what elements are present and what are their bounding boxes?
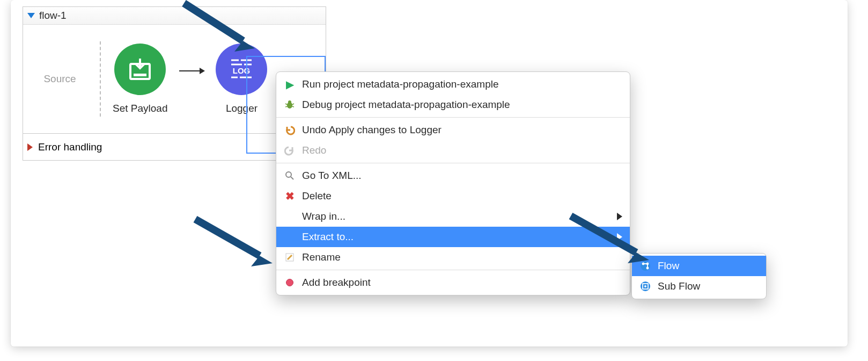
delete-icon: ✖	[284, 190, 296, 202]
svg-line-12	[292, 104, 294, 105]
annotation-arrow-icon	[190, 214, 286, 273]
error-handling-label: Error handling	[38, 141, 102, 153]
menu-separator	[276, 163, 630, 163]
menu-separator	[276, 270, 630, 270]
flow-header[interactable]: flow-1	[23, 7, 326, 25]
menu-run-label: Run project metadata-propagation-example	[302, 78, 499, 90]
svg-line-14	[292, 106, 294, 107]
svg-line-11	[285, 104, 288, 105]
bug-icon	[284, 99, 296, 111]
menu-add-breakpoint-label: Add breakpoint	[302, 277, 371, 288]
svg-point-24	[644, 285, 646, 287]
svg-line-13	[285, 106, 288, 107]
svg-text:LOG: LOG	[233, 66, 251, 75]
submenu-sub-flow[interactable]: Sub Flow	[632, 276, 766, 297]
menu-delete[interactable]: ✖ Delete	[276, 186, 630, 206]
menu-undo[interactable]: Undo Apply changes to Logger	[276, 120, 630, 140]
menu-debug-label: Debug project metadata-propagation-examp…	[302, 99, 510, 111]
menu-debug-project[interactable]: Debug project metadata-propagation-examp…	[276, 95, 630, 115]
screenshot-card: flow-1 Source Set Payload	[11, 0, 848, 346]
submenu-sub-flow-label: Sub Flow	[658, 280, 700, 292]
menu-undo-label: Undo Apply changes to Logger	[302, 124, 442, 136]
menu-run-project[interactable]: ▶ Run project metadata-propagation-examp…	[276, 74, 630, 95]
svg-marker-26	[234, 41, 255, 52]
search-icon	[284, 170, 296, 182]
menu-add-breakpoint[interactable]: Add breakpoint	[276, 272, 630, 293]
svg-marker-28	[251, 256, 273, 266]
divider-icon	[100, 41, 101, 117]
source-placeholder[interactable]: Source	[32, 39, 88, 119]
menu-redo: Redo	[276, 140, 630, 161]
set-payload-label: Set Payload	[113, 103, 167, 114]
expand-icon	[27, 143, 33, 151]
menu-separator	[276, 117, 630, 118]
collapse-icon	[27, 13, 35, 18]
svg-line-29	[571, 216, 636, 252]
source-placeholder-label: Source	[43, 73, 76, 85]
menu-wrap-in-label: Wrap in...	[302, 211, 345, 222]
run-icon: ▶	[284, 78, 296, 90]
annotation-arrow-icon	[565, 211, 662, 270]
svg-line-27	[195, 219, 260, 256]
svg-point-15	[286, 172, 291, 177]
redo-icon	[284, 145, 296, 156]
menu-rename-label: Rename	[302, 251, 341, 263]
undo-icon	[284, 124, 296, 136]
logger-label: Logger	[226, 103, 258, 114]
annotation-arrow-icon	[179, 0, 264, 57]
svg-line-25	[184, 3, 243, 41]
menu-redo-label: Redo	[302, 145, 326, 156]
set-payload-icon	[114, 44, 166, 95]
svg-point-10	[288, 100, 291, 104]
breakpoint-icon	[284, 277, 296, 288]
menu-goto-xml-label: Go To XML...	[302, 170, 362, 182]
connector-icon	[179, 70, 204, 71]
svg-rect-1	[134, 74, 146, 76]
flow-title: flow-1	[39, 10, 67, 21]
svg-line-16	[291, 177, 293, 179]
menu-extract-to-label: Extract to...	[302, 231, 354, 243]
set-payload-node[interactable]: Set Payload	[113, 44, 167, 114]
menu-goto-xml[interactable]: Go To XML...	[276, 165, 630, 186]
menu-delete-label: Delete	[302, 190, 332, 202]
svg-marker-30	[628, 252, 649, 263]
sub-flow-icon	[639, 280, 651, 292]
